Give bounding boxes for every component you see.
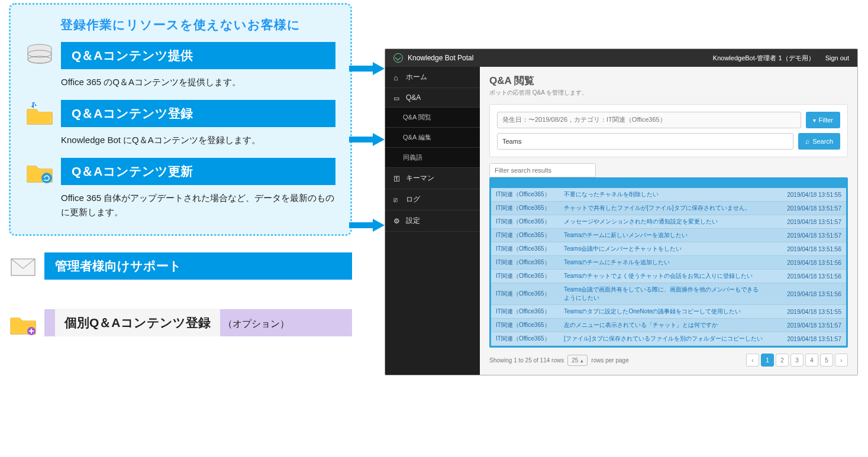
arrow-icon [349, 62, 385, 75]
pager: Showing 1 to 25 of 114 rows 25 rows per … [489, 354, 848, 367]
sidebar: ホーム Q&A Q&A 閲覧 Q&A 編集 同義語 キーマン ログ 設定 [385, 67, 480, 375]
feature-update: Q＆Aコンテンツ更新 Office 365 自体がアップデートされた場合など、デ… [25, 158, 335, 219]
row-title: Teamsのチームに新しいメンバーを追加したい [564, 231, 764, 239]
signout-link[interactable]: Sign out [825, 54, 849, 61]
row-date: 2019/04/18 13:51:57 [764, 205, 841, 212]
page-button[interactable]: 2 [776, 354, 789, 367]
sidebar-item-keyman[interactable]: キーマン [385, 168, 480, 189]
search-button[interactable]: Search [798, 133, 840, 150]
table-row[interactable]: IT関連（Office365）Teamsのチームに新しいメンバーを追加したい20… [491, 229, 846, 242]
results-table: IT関連（Office365）不要になったチャネルを削除したい2019/04/1… [489, 177, 848, 348]
page-icon [393, 94, 401, 102]
svg-point-3 [41, 173, 52, 183]
row-title: Teams会議で画面共有をしている際に、画面操作を他のメンバーもできるようにした… [564, 286, 764, 302]
callout-title: 登録作業にリソースを使えないお客様に [25, 17, 335, 33]
search-input[interactable] [497, 133, 793, 150]
callout-box: 登録作業にリソースを使えないお客様に Q＆Aコンテンツ提供 Office 365… [9, 3, 352, 236]
table-row[interactable]: IT関連（Office365）Teamsのタブに設定したOneNoteの議事録を… [491, 305, 846, 319]
sidebar-item-home[interactable]: ホーム [385, 67, 480, 88]
portal-window: Knowledge Bot Potal KnowledgeBot-管理者 1（デ… [385, 48, 858, 375]
row-title: 左のメニューに表示されている「チャット」とは何ですか [564, 321, 764, 329]
option-main: 個別Q＆Aコンテンツ登録 [55, 309, 220, 336]
feature-title: Q＆Aコンテンツ更新 [61, 158, 335, 185]
table-row[interactable]: IT関連（Office365）[ファイル]タブに保存されているファイルを別のフォ… [491, 332, 846, 346]
row-category: IT関連（Office365） [496, 190, 564, 199]
row-date: 2019/04/18 13:51:55 [764, 192, 841, 198]
log-icon [393, 196, 401, 203]
feature-provide: Q＆Aコンテンツ提供 Office 365 のQ＆Aコンテンツを提供します。 [25, 42, 335, 89]
page-subtitle: ボットの応答用 Q&A を管理します。 [489, 89, 848, 97]
sidebar-item-settings[interactable]: 設定 [385, 210, 480, 232]
table-row[interactable]: IT関連（Office365）Teamsのチャットでよく使うチャットの会話をお気… [491, 270, 846, 283]
support-text: 管理者様向けサポート [44, 252, 352, 280]
table-row[interactable]: IT関連（Office365）メッセージやメンションされた時の通知設定を変更した… [491, 215, 846, 229]
table-row[interactable]: IT関連（Office365）Teams会議中にメンバーとチャットをしたい201… [491, 242, 846, 256]
row-category: IT関連（Office365） [496, 321, 564, 329]
current-user[interactable]: KnowledgeBot-管理者 1（デモ用） [713, 54, 815, 63]
folder-plus-icon [9, 311, 37, 336]
row-date: 2019/04/18 13:51:56 [764, 246, 841, 252]
row-category: IT関連（Office365） [496, 290, 564, 298]
filter-results-input[interactable] [489, 163, 596, 177]
brand-text: Knowledge Bot Potal [408, 54, 473, 62]
option-sub: （オプション） [223, 319, 289, 329]
search-card: 発生日：〜2019/08/26，カテゴリ：IT関連（Office365） Fil… [489, 104, 848, 157]
row-title: Teamsのチャットでよく使うチャットの会話をお気に入りに登録したい [564, 272, 764, 280]
feature-desc: Office 365 のQ＆Aコンテンツを提供します。 [61, 75, 335, 89]
search-icon [805, 137, 809, 145]
row-date: 2019/04/18 13:51:57 [764, 219, 841, 225]
row-title: Teamsのチームにチャネルを追加したい [564, 258, 764, 267]
pager-suffix: rows per page [591, 357, 628, 364]
sidebar-item-qa-view[interactable]: Q&A 閲覧 [385, 108, 480, 128]
feature-desc: Office 365 自体がアップデートされた場合など、データを最新のものに更新… [61, 191, 335, 219]
row-date: 2019/04/18 13:51:57 [764, 232, 841, 239]
table-row[interactable]: IT関連（Office365）不要になったチャネルを削除したい2019/04/1… [491, 188, 846, 202]
row-date: 2019/04/18 13:51:56 [764, 260, 841, 266]
row-category: IT関連（Office365） [496, 258, 564, 267]
row-date: 2019/04/18 13:51:56 [764, 291, 841, 297]
pager-info: Showing 1 to 25 of 114 rows [489, 357, 564, 364]
filter-summary[interactable]: 発生日：〜2019/08/26，カテゴリ：IT関連（Office365） [497, 112, 801, 128]
page-title: Q&A 閲覧 [489, 74, 848, 87]
option-text: 個別Q＆Aコンテンツ登録 （オプション） [44, 309, 352, 336]
page-button[interactable]: 4 [805, 354, 818, 367]
row-category: IT関連（Office365） [496, 204, 564, 212]
row-title: チャットで共有したファイルが[ファイル]タブに保存されていません。 [564, 204, 764, 212]
table-row[interactable]: IT関連（Office365）Teams会議で画面共有をしている際に、画面操作を… [491, 283, 846, 305]
brand-icon [393, 53, 403, 63]
feature-desc: Knowledge Bot にQ＆Aコンテンツを登録します。 [61, 133, 335, 147]
row-category: IT関連（Office365） [496, 218, 564, 226]
feature-title: Q＆Aコンテンツ提供 [61, 42, 335, 69]
row-category: IT関連（Office365） [496, 335, 564, 343]
row-category: IT関連（Office365） [496, 307, 564, 316]
sidebar-item-synonym[interactable]: 同義語 [385, 148, 480, 168]
row-date: 2019/04/18 13:51:57 [764, 322, 841, 329]
row-title: [ファイル]タブに保存されているファイルを別のフォルダーにコピーしたい [564, 335, 764, 343]
page-button[interactable]: 1 [761, 354, 774, 367]
table-row[interactable]: IT関連（Office365）左のメニューに表示されている「チャット」とは何です… [491, 319, 846, 332]
gear-icon [393, 217, 401, 225]
page-size-select[interactable]: 25 [567, 355, 588, 366]
filter-button[interactable]: Filter [806, 112, 840, 128]
row-date: 2019/04/18 13:51:57 [764, 336, 841, 342]
folder-arrow-icon [25, 101, 54, 126]
row-category: IT関連（Office365） [496, 272, 564, 280]
table-row[interactable]: IT関連（Office365）チャットで共有したファイルが[ファイル]タブに保存… [491, 202, 846, 215]
funnel-icon [813, 116, 816, 124]
sidebar-item-qa-edit[interactable]: Q&A 編集 [385, 128, 480, 148]
page-button[interactable]: ‹ [746, 354, 759, 367]
option-badge: 個別Q＆Aコンテンツ登録 （オプション） [9, 309, 352, 336]
row-title: メッセージやメンションされた時の通知設定を変更したい [564, 218, 764, 226]
row-title: Teams会議中にメンバーとチャットをしたい [564, 245, 764, 253]
page-button[interactable]: 5 [820, 354, 833, 367]
sidebar-item-qa[interactable]: Q&A [385, 88, 480, 108]
page-button[interactable]: › [835, 354, 848, 367]
portal-main: Q&A 閲覧 ボットの応答用 Q&A を管理します。 発生日：〜2019/08/… [480, 67, 857, 375]
envelope-icon [9, 254, 37, 279]
row-date: 2019/04/18 13:51:56 [764, 273, 841, 280]
support-badge: 管理者様向けサポート [9, 252, 352, 280]
page-button[interactable]: 3 [790, 354, 804, 367]
sidebar-item-log[interactable]: ログ [385, 189, 480, 210]
table-row[interactable]: IT関連（Office365）Teamsのチームにチャネルを追加したい2019/… [491, 256, 846, 270]
folder-refresh-icon [25, 159, 54, 184]
